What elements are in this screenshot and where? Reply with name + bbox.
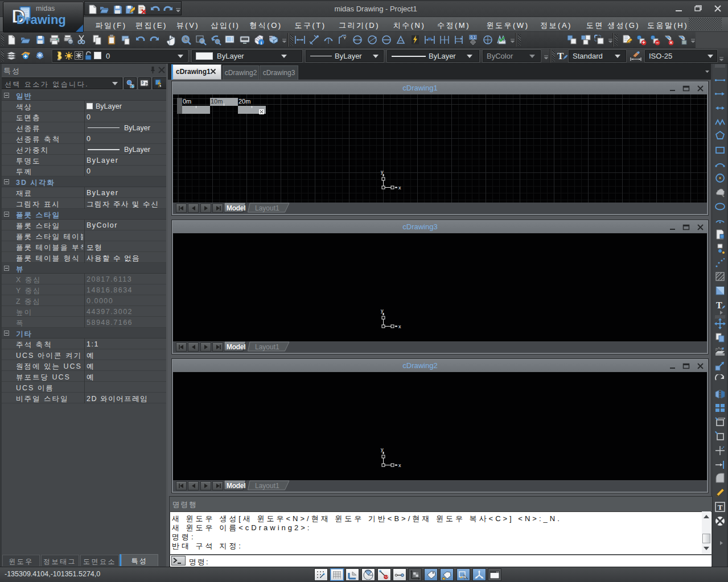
svg-text:Y: Y	[343, 35, 347, 40]
svg-text:T: T	[718, 503, 723, 511]
svg-text:0.1: 0.1	[470, 35, 475, 39]
svg-text:x: x	[398, 185, 401, 191]
svg-text:x: x	[398, 324, 401, 329]
svg-text:+: +	[642, 40, 645, 46]
svg-text:T: T	[716, 300, 722, 310]
svg-text:T: T	[557, 51, 564, 61]
svg-text:−: −	[656, 40, 659, 46]
svg-text:x: x	[398, 463, 401, 468]
svg-text:×: ×	[669, 40, 672, 46]
